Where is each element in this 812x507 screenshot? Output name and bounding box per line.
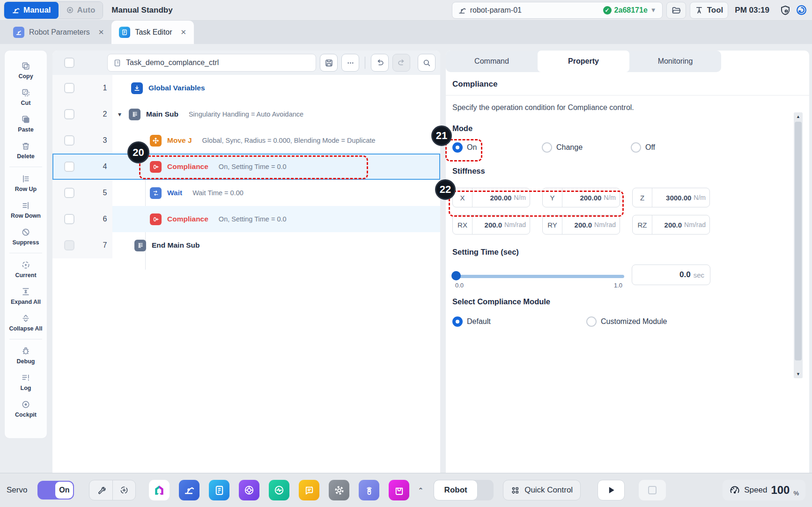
robot-app-icon[interactable] xyxy=(179,480,199,500)
remote-control-app-icon[interactable] xyxy=(359,480,379,500)
robot-arm-icon xyxy=(12,6,20,15)
store-app-icon[interactable] xyxy=(389,480,409,500)
task-row-compliance-2[interactable]: 6 Compliance On, Setting Time = 0.0 xyxy=(52,206,440,232)
task-name-input[interactable] xyxy=(126,59,310,67)
recovery-target-icon[interactable] xyxy=(796,4,807,16)
slider-track[interactable] xyxy=(452,275,624,278)
close-tab-icon[interactable]: ✕ xyxy=(181,28,187,37)
undo-button[interactable] xyxy=(371,54,389,72)
robot-scope-label: Robot xyxy=(434,480,478,500)
tab-task-editor[interactable]: Task Editor ✕ xyxy=(111,21,194,44)
home-app-icon[interactable] xyxy=(149,480,170,500)
save-button[interactable] xyxy=(320,54,338,72)
task-row-move-j[interactable]: 3 Move J Global, Sync, Radius = 0.000, B… xyxy=(52,127,440,154)
tab-robot-parameters[interactable]: Robot Parameters ✕ xyxy=(6,21,111,44)
panel-scrollbar[interactable]: ▲ ▼ xyxy=(794,112,803,378)
radio-customized[interactable] xyxy=(586,316,597,327)
stiffness-row-2: RX 200.0 Nm/rad RY 200.0 Nm/rad RZ 200.0… xyxy=(452,215,802,235)
robot-status-text: Manual Standby xyxy=(111,6,172,15)
manual-mode-button[interactable]: Manual xyxy=(4,2,59,19)
speed-control[interactable]: Speed 100 % xyxy=(723,480,805,500)
app-dock xyxy=(149,480,409,500)
expand-all-button[interactable]: Expand All xyxy=(5,283,47,309)
property-panel-tabs: Command Property Monitoring xyxy=(446,51,721,72)
task-row-main-sub[interactable]: 2 ▾ Main Sub Singularity Handling = Auto… xyxy=(52,101,440,127)
scroll-down-icon[interactable]: ▼ xyxy=(794,370,803,378)
module-option-default[interactable]: Default xyxy=(452,316,586,327)
close-tab-icon[interactable]: ✕ xyxy=(98,28,104,37)
log-app-icon[interactable] xyxy=(299,480,319,500)
delete-button[interactable]: Delete xyxy=(5,137,47,164)
row-checkbox[interactable] xyxy=(64,135,74,146)
module-option-customized[interactable]: Customized Module xyxy=(586,316,667,327)
row-checkbox[interactable] xyxy=(64,109,74,119)
dock-expand-chevron-icon[interactable]: ⌃ xyxy=(418,486,423,494)
servo-state-label: On xyxy=(55,482,73,499)
row-checkbox[interactable] xyxy=(64,214,74,224)
task-editor-panel: 1 Global Variables 2 ▾ Main Sub Singular xyxy=(52,51,440,473)
compliance-icon xyxy=(150,213,162,225)
task-row-global-variables[interactable]: 1 Global Variables xyxy=(52,75,440,101)
connected-check-icon: ✓ xyxy=(603,6,612,15)
debug-button[interactable]: Debug xyxy=(5,342,47,369)
row-up-button[interactable]: Row Up xyxy=(5,170,47,197)
auto-mode-button[interactable]: Auto xyxy=(59,2,103,19)
play-button[interactable] xyxy=(598,480,625,500)
collapse-all-button[interactable]: Collapse All xyxy=(5,309,47,336)
task-row-wait[interactable]: 5 Wait Wait Time = 0.00 xyxy=(52,180,440,206)
slider-thumb[interactable] xyxy=(451,271,461,280)
more-options-button[interactable] xyxy=(341,54,359,72)
radio-change[interactable] xyxy=(542,142,552,153)
task-name-field[interactable] xyxy=(107,54,316,72)
tool-button[interactable]: Tool xyxy=(690,2,729,19)
panel-title: Compliance xyxy=(452,80,802,89)
scroll-up-icon[interactable]: ▲ xyxy=(794,112,803,121)
cut-button[interactable]: Cut xyxy=(5,84,47,110)
setting-time-value-field[interactable]: 0.0 sec xyxy=(632,265,710,285)
servo-toggle[interactable]: On xyxy=(37,481,74,500)
search-button[interactable] xyxy=(418,54,436,72)
mode-option-change[interactable]: Change xyxy=(542,142,631,153)
task-row-end-main-sub[interactable]: 7 End Main Sub xyxy=(52,232,440,258)
stiffness-z-field[interactable]: Z 3000.00 N/m xyxy=(632,188,710,207)
setting-time-slider[interactable]: 0.0 1.0 xyxy=(452,271,624,278)
task-editor-app-icon[interactable] xyxy=(209,480,229,500)
open-project-button[interactable] xyxy=(666,2,686,19)
paste-button[interactable]: Paste xyxy=(5,110,47,137)
stiffness-ry-field[interactable]: RY 200.0 Nm/rad xyxy=(542,215,620,235)
log-button[interactable]: Log xyxy=(5,369,47,396)
jog-app-icon[interactable] xyxy=(239,480,259,500)
select-all-checkbox[interactable] xyxy=(64,58,74,68)
cockpit-button[interactable]: Cockpit xyxy=(5,396,47,422)
collapse-chevron-icon[interactable]: ▾ xyxy=(118,110,121,118)
row-checkbox[interactable] xyxy=(64,162,74,172)
jog-sync-button[interactable] xyxy=(112,480,135,500)
settings-app-icon[interactable] xyxy=(329,480,349,500)
row-checkbox[interactable] xyxy=(64,83,74,93)
mode-option-off[interactable]: Off xyxy=(631,142,655,153)
copy-button[interactable]: Copy xyxy=(5,57,47,84)
quick-control-button[interactable]: Quick Control xyxy=(503,480,581,500)
tab-property[interactable]: Property xyxy=(538,51,629,72)
tab-monitoring[interactable]: Monitoring xyxy=(629,51,721,72)
radio-default-selected[interactable] xyxy=(452,316,463,327)
radio-off[interactable] xyxy=(631,142,641,153)
stiffness-rx-field[interactable]: RX 200.0 Nm/rad xyxy=(452,215,530,235)
row-checkbox[interactable] xyxy=(64,188,74,198)
tab-label: Robot Parameters xyxy=(29,28,90,37)
current-button[interactable]: Current xyxy=(5,256,47,283)
tab-command[interactable]: Command xyxy=(446,51,538,72)
chevron-down-icon[interactable]: ▼ xyxy=(650,7,657,14)
suppress-button[interactable]: Suppress xyxy=(5,223,47,250)
monitoring-app-icon[interactable] xyxy=(269,480,289,500)
redo-button[interactable] xyxy=(392,54,410,72)
row-down-button[interactable]: Row Down xyxy=(5,197,47,223)
safety-shield-icon[interactable] xyxy=(780,5,791,16)
end-main-sub-icon xyxy=(134,240,146,251)
scrollbar-thumb[interactable] xyxy=(795,122,802,360)
stiffness-rz-field[interactable]: RZ 200.0 Nm/rad xyxy=(632,215,710,235)
robot-scope-toggle[interactable]: Robot xyxy=(434,480,494,500)
workcell-tool-group xyxy=(89,480,136,500)
robot-selector[interactable]: robot-param-01 ✓ 2a68171e ▼ xyxy=(452,2,663,19)
wrench-button[interactable] xyxy=(89,480,112,500)
